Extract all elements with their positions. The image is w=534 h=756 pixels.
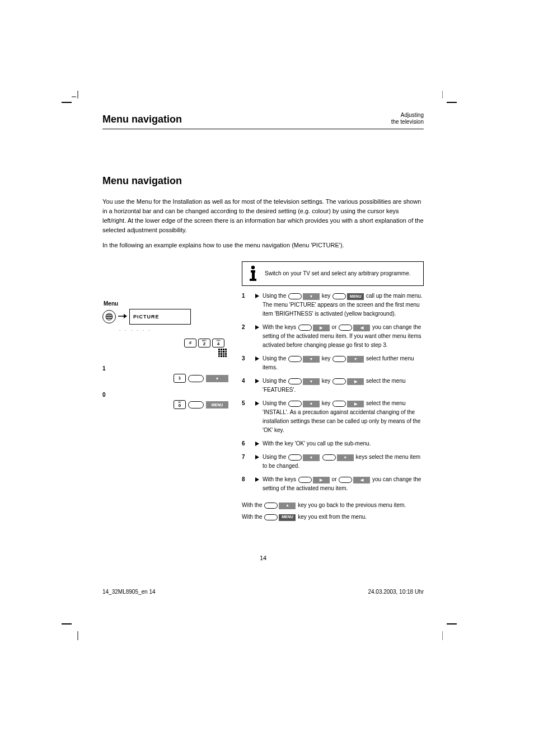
remote-key-icon xyxy=(322,454,336,461)
key-label: ▼ xyxy=(303,378,320,385)
remote-key-icon xyxy=(298,325,312,331)
diagram-step-0: 0 xyxy=(102,392,228,398)
remote-key-icon xyxy=(288,293,302,299)
menu-button-icon xyxy=(102,310,116,323)
button-label: MENU xyxy=(206,401,228,408)
key-label: ▼ xyxy=(303,401,320,407)
key-label: ▲ xyxy=(279,503,296,509)
menu-dots: · · · · · · xyxy=(119,328,228,333)
bullet-icon xyxy=(255,477,259,482)
paragraph: You use the Menu for the Installation as… xyxy=(102,197,424,235)
pill-button-icon xyxy=(188,375,204,382)
bullet-icon xyxy=(255,294,259,298)
key-label: ▶ xyxy=(313,325,330,331)
key-label: ▼ xyxy=(303,454,320,461)
remote-key-icon xyxy=(332,356,346,362)
key-label: MENU xyxy=(279,514,296,521)
diagram-step-1: 1 xyxy=(102,365,228,372)
remote-key-icon xyxy=(298,477,312,483)
subsection-title: Menu navigation xyxy=(102,175,424,187)
keypad-key: ABC2 xyxy=(198,339,210,348)
heading-row: Menu navigation Adjusting the television xyxy=(102,112,424,129)
svg-rect-7 xyxy=(106,316,112,317)
svg-rect-14 xyxy=(252,271,255,279)
back-note: With the ▲ key you go back to the previo… xyxy=(242,501,424,509)
subsection: Menu navigation You use the Menu for the… xyxy=(102,175,424,521)
remote-key-icon xyxy=(332,378,346,384)
paragraph: In the following an example explains how… xyxy=(102,241,424,250)
remote-key-icon xyxy=(332,401,346,407)
crop-mark-tl xyxy=(72,91,84,105)
instructions-column: Switch on your TV set and select any arb… xyxy=(242,261,424,521)
keypad-key: AV0 xyxy=(174,400,186,409)
remote-key-icon xyxy=(264,514,278,520)
section-label: Adjusting the television xyxy=(391,112,424,125)
button-label: ▼ xyxy=(206,375,228,382)
key-label: ◀ xyxy=(353,325,370,331)
keypad-key: # xyxy=(184,339,196,348)
key-label: MENU xyxy=(347,293,364,300)
bullet-icon xyxy=(255,442,259,446)
remote-key-icon xyxy=(339,325,352,331)
exit-note: With the MENU key you exit from the menu… xyxy=(242,513,424,521)
diagram-label-menu: Menu xyxy=(102,300,228,307)
footer-right: 24.03.2003, 10:18 Uhr xyxy=(368,589,424,595)
remote-key-icon xyxy=(332,293,346,299)
key-label: ▶ xyxy=(347,401,364,407)
page-heading: Menu navigation xyxy=(102,114,182,125)
remote-key-icon xyxy=(264,503,278,509)
step-item: Using the ▼ key MENU call up the main me… xyxy=(242,292,424,318)
menu-window: PICTURE xyxy=(129,309,191,325)
remote-key-icon xyxy=(339,477,352,483)
remote-key-icon xyxy=(288,454,302,461)
step-item: With the keys ▶ or ◀ you can change the … xyxy=(242,475,424,493)
barcode-icon xyxy=(218,349,228,361)
svg-point-12 xyxy=(251,266,255,269)
svg-rect-15 xyxy=(250,279,256,281)
bullet-icon xyxy=(255,379,259,383)
bullet-icon xyxy=(255,455,259,459)
footer-left: 14_32ML8905_en 14 xyxy=(102,589,156,595)
page-number: 14 xyxy=(102,555,424,561)
step-item: Using the ▼ key ▶ select the menu 'INSTA… xyxy=(242,399,424,435)
bullet-icon xyxy=(255,325,259,330)
svg-marker-11 xyxy=(124,314,127,318)
remote-key-icon xyxy=(288,401,302,407)
key-label: ◀ xyxy=(353,477,370,483)
steps-list: Using the ▼ key MENU call up the main me… xyxy=(242,292,424,493)
pill-button-icon xyxy=(188,401,204,408)
keypad-key: 1 xyxy=(174,374,186,383)
key-label: ▶ xyxy=(313,477,330,483)
info-icon xyxy=(247,265,259,282)
step-item: Using the ▼ ▼ keys select the menu item … xyxy=(242,453,424,471)
key-label: ▼ xyxy=(303,293,320,300)
bullet-icon xyxy=(255,401,259,406)
arrow-icon xyxy=(118,313,127,321)
key-label: ▶ xyxy=(347,378,364,385)
note-box: Switch on your TV set and select any arb… xyxy=(242,261,424,286)
step-item: With the keys ▶ or ◀ you can change the … xyxy=(242,323,424,350)
remote-key-icon xyxy=(288,378,302,384)
key-label: ▼ xyxy=(347,356,364,363)
crop-mark-tr xyxy=(442,91,455,105)
bullet-icon xyxy=(255,356,259,361)
step-item: Using the ▼ key ▶ select the menu 'FEATU… xyxy=(242,377,424,395)
keypad-key: GHI4 xyxy=(212,339,224,348)
remote-key-icon xyxy=(288,356,302,362)
remote-diagram: Menu PICTURE · · · · · · # ABC2 xyxy=(102,261,228,521)
page-content: Menu navigation Adjusting the television… xyxy=(102,112,424,561)
svg-rect-8 xyxy=(106,318,112,319)
svg-rect-6 xyxy=(106,314,112,316)
step-item: Using the ▼ key ▼ select further menu it… xyxy=(242,354,424,372)
note-text: Switch on your TV set and select any arb… xyxy=(265,270,410,278)
key-label: ▼ xyxy=(337,454,354,461)
key-label: ▼ xyxy=(303,356,320,363)
step-item: With the key 'OK' you call up the sub-me… xyxy=(242,439,424,448)
footer: 14_32ML8905_en 14 24.03.2003, 10:18 Uhr xyxy=(102,589,424,595)
